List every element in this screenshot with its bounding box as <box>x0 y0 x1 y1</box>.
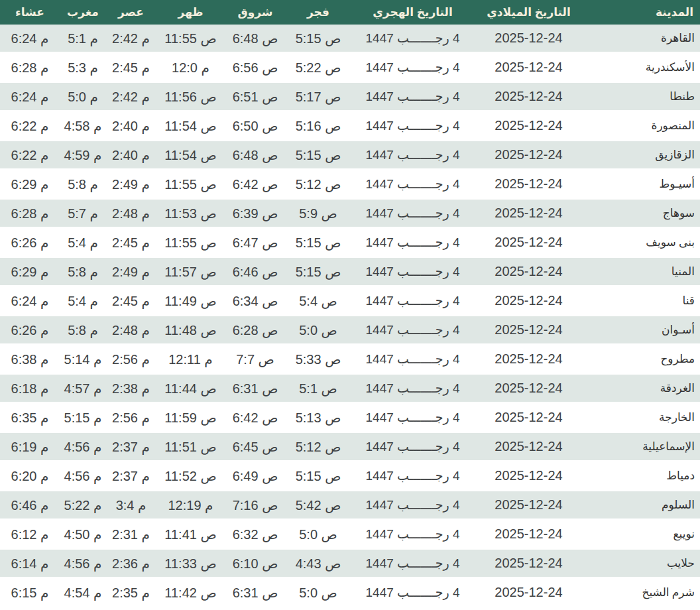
cell-maghrib: 5:4 م <box>60 286 106 316</box>
cell-isha: 6:12 م <box>0 520 60 549</box>
cell-dhuhr: 11:51 ص <box>156 432 225 461</box>
column-header-hijri: التاريخ الهجري <box>351 0 474 25</box>
cell-city: دمياط <box>583 461 700 491</box>
cell-gregorian: 2025-12-24 <box>474 228 583 257</box>
table-body: القاهرة2025-12-244 رجـــــــب 14475:15 ص… <box>0 25 700 607</box>
cell-isha: 6:18 م <box>0 374 60 403</box>
cell-hijri: 4 رجـــــــب 1447 <box>351 199 474 228</box>
cell-isha: 6:24 م <box>0 82 60 111</box>
cell-dhuhr: 12:19 م <box>156 491 225 520</box>
cell-isha: 6:38 م <box>0 345 60 374</box>
column-header-city: المدينة <box>583 0 700 25</box>
table-row: سوهاج2025-12-244 رجـــــــب 14475:9 ص6:3… <box>0 199 700 228</box>
cell-city: سوهاج <box>583 199 700 228</box>
cell-hijri: 4 رجـــــــب 1447 <box>351 141 474 170</box>
cell-dhuhr: 11:57 ص <box>156 257 225 286</box>
cell-gregorian: 2025-12-24 <box>474 170 583 199</box>
cell-asr: 2:40 م <box>106 111 156 141</box>
cell-isha: 6:28 م <box>0 199 60 228</box>
cell-dhuhr: 11:53 ص <box>156 199 225 228</box>
cell-asr: 2:37 م <box>106 432 156 461</box>
prayer-times-page: المدينةالتاريخ الميلاديالتاريخ الهجريفجر… <box>0 0 700 610</box>
cell-asr: 2:49 م <box>106 170 156 199</box>
cell-gregorian: 2025-12-24 <box>474 25 583 53</box>
cell-gregorian: 2025-12-24 <box>474 111 583 141</box>
cell-hijri: 4 رجـــــــب 1447 <box>351 403 474 432</box>
cell-hijri: 4 رجـــــــب 1447 <box>351 170 474 199</box>
cell-sunrise: 6:46 ص <box>225 257 285 286</box>
cell-hijri: 4 رجـــــــب 1447 <box>351 578 474 607</box>
cell-city: مطروح <box>583 345 700 374</box>
cell-asr: 2:45 م <box>106 286 156 316</box>
table-row: القاهرة2025-12-244 رجـــــــب 14475:15 ص… <box>0 25 700 53</box>
cell-city: القاهرة <box>583 25 700 53</box>
cell-gregorian: 2025-12-24 <box>474 82 583 111</box>
cell-hijri: 4 رجـــــــب 1447 <box>351 345 474 374</box>
cell-hijri: 4 رجـــــــب 1447 <box>351 228 474 257</box>
table-row: قنا2025-12-244 رجـــــــب 14475:4 ص6:34 … <box>0 286 700 316</box>
cell-city: الخارجة <box>583 403 700 432</box>
cell-city: حلايب <box>583 549 700 578</box>
cell-maghrib: 4:56 م <box>60 461 106 491</box>
cell-gregorian: 2025-12-24 <box>474 461 583 491</box>
cell-dhuhr: 11:55 ص <box>156 170 225 199</box>
cell-city: قنا <box>583 286 700 316</box>
cell-fajr: 5:0 ص <box>285 578 351 607</box>
cell-isha: 6:28 م <box>0 53 60 82</box>
cell-fajr: 5:33 ص <box>285 345 351 374</box>
cell-fajr: 4:43 ص <box>285 549 351 578</box>
cell-asr: 2:42 م <box>106 25 156 53</box>
cell-asr: 2:38 م <box>106 374 156 403</box>
cell-maghrib: 4:59 م <box>60 141 106 170</box>
cell-fajr: 5:12 ص <box>285 432 351 461</box>
cell-fajr: 5:15 ص <box>285 228 351 257</box>
cell-sunrise: 6:31 ص <box>225 578 285 607</box>
cell-dhuhr: 11:41 ص <box>156 520 225 549</box>
cell-hijri: 4 رجـــــــب 1447 <box>351 491 474 520</box>
cell-sunrise: 6:28 ص <box>225 316 285 345</box>
cell-dhuhr: 11:54 ص <box>156 141 225 170</box>
cell-sunrise: 6:56 ص <box>225 53 285 82</box>
table-row: الخارجة2025-12-244 رجـــــــب 14475:13 ص… <box>0 403 700 432</box>
cell-asr: 2:56 م <box>106 345 156 374</box>
cell-sunrise: 6:42 ص <box>225 170 285 199</box>
cell-sunrise: 7:16 ص <box>225 491 285 520</box>
cell-city: الإسماعيلية <box>583 432 700 461</box>
cell-maghrib: 4:54 م <box>60 578 106 607</box>
cell-isha: 6:15 م <box>0 578 60 607</box>
cell-asr: 2:36 م <box>106 549 156 578</box>
cell-city: المنصورة <box>583 111 700 141</box>
table-row: دمياط2025-12-244 رجـــــــب 14475:15 ص6:… <box>0 461 700 491</box>
cell-city: شرم الشيخ <box>583 578 700 607</box>
cell-fajr: 5:15 ص <box>285 25 351 53</box>
cell-hijri: 4 رجـــــــب 1447 <box>351 432 474 461</box>
cell-hijri: 4 رجـــــــب 1447 <box>351 286 474 316</box>
cell-maghrib: 5:3 م <box>60 53 106 82</box>
cell-fajr: 5:1 ص <box>285 374 351 403</box>
cell-sunrise: 6:48 ص <box>225 25 285 53</box>
column-header-asr: عصر <box>106 0 156 25</box>
cell-dhuhr: 12:11 م <box>156 345 225 374</box>
cell-sunrise: 6:51 ص <box>225 82 285 111</box>
cell-asr: 2:48 م <box>106 199 156 228</box>
cell-gregorian: 2025-12-24 <box>474 199 583 228</box>
cell-hijri: 4 رجـــــــب 1447 <box>351 549 474 578</box>
cell-dhuhr: 11:56 ص <box>156 82 225 111</box>
cell-gregorian: 2025-12-24 <box>474 549 583 578</box>
cell-dhuhr: 11:59 ص <box>156 403 225 432</box>
table-row: الغردقة2025-12-244 رجـــــــب 14475:1 ص6… <box>0 374 700 403</box>
table-row: أسـوان2025-12-244 رجـــــــب 14475:0 ص6:… <box>0 316 700 345</box>
cell-dhuhr: 11:42 ص <box>156 578 225 607</box>
cell-hijri: 4 رجـــــــب 1447 <box>351 461 474 491</box>
cell-hijri: 4 رجـــــــب 1447 <box>351 316 474 345</box>
cell-gregorian: 2025-12-24 <box>474 257 583 286</box>
cell-maghrib: 5:8 م <box>60 316 106 345</box>
cell-city: أسـوان <box>583 316 700 345</box>
cell-asr: 2:49 م <box>106 257 156 286</box>
cell-sunrise: 6:50 ص <box>225 111 285 141</box>
cell-sunrise: 6:34 ص <box>225 286 285 316</box>
table-row: نويبع2025-12-244 رجـــــــب 14475:0 ص6:3… <box>0 520 700 549</box>
cell-gregorian: 2025-12-24 <box>474 432 583 461</box>
cell-asr: 2:56 م <box>106 403 156 432</box>
cell-gregorian: 2025-12-24 <box>474 141 583 170</box>
